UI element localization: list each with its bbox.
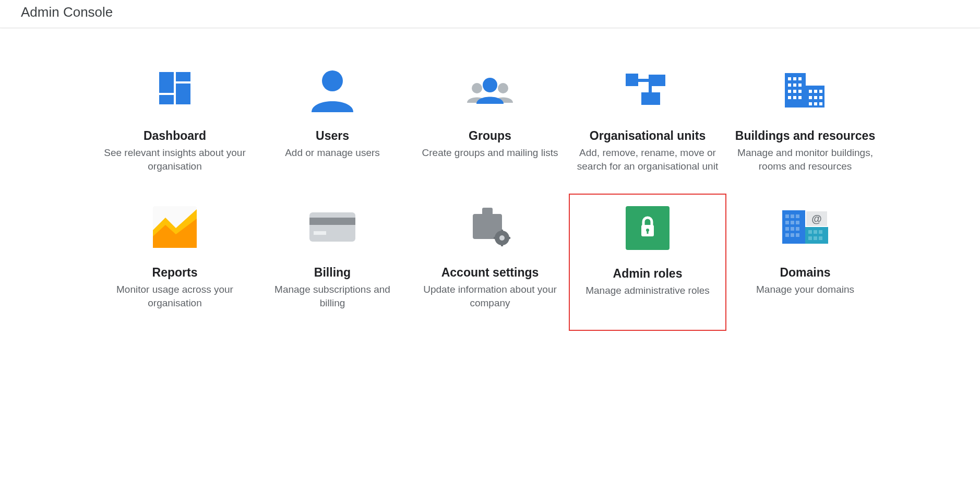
svg-rect-0 — [159, 72, 174, 93]
svg-rect-51 — [647, 230, 649, 234]
billing-icon — [261, 203, 404, 251]
svg-rect-45 — [501, 243, 503, 246]
svg-rect-29 — [819, 90, 822, 93]
dashboard-icon — [103, 66, 246, 114]
svg-point-7 — [483, 78, 497, 92]
svg-rect-47 — [507, 237, 510, 239]
tile-desc: Manage subscriptions and billing — [261, 283, 404, 309]
svg-rect-21 — [788, 90, 791, 93]
svg-rect-2 — [159, 95, 174, 104]
svg-rect-22 — [793, 90, 796, 93]
org-units-icon — [576, 66, 719, 114]
svg-rect-58 — [796, 221, 799, 224]
svg-rect-65 — [805, 227, 828, 244]
page-title: Admin Console — [21, 4, 113, 20]
svg-rect-38 — [309, 218, 355, 225]
tile-title: Users — [261, 129, 404, 143]
tile-dashboard[interactable]: Dashboard See relevant insights about yo… — [96, 57, 254, 194]
svg-rect-44 — [501, 230, 503, 233]
tile-title: Billing — [261, 266, 404, 280]
svg-rect-33 — [809, 102, 812, 105]
tile-org-units[interactable]: Organisational units Add, remove, rename… — [569, 57, 726, 194]
svg-rect-8 — [626, 74, 638, 86]
svg-rect-15 — [788, 77, 791, 80]
svg-rect-69 — [808, 236, 812, 240]
tile-account-settings[interactable]: Account settings Update information abou… — [411, 194, 569, 330]
svg-rect-27 — [809, 90, 812, 93]
svg-point-43 — [499, 235, 505, 241]
tile-desc: Create groups and mailing lists — [419, 146, 561, 160]
svg-rect-20 — [798, 83, 802, 87]
domains-icon: @ — [734, 203, 877, 251]
svg-rect-67 — [814, 230, 817, 234]
svg-rect-71 — [819, 236, 822, 240]
tile-desc: Monitor usage across your organisation — [103, 283, 246, 309]
svg-rect-39 — [314, 231, 326, 235]
user-icon — [261, 66, 404, 114]
buildings-icon — [734, 66, 877, 114]
svg-rect-55 — [796, 214, 799, 218]
svg-rect-30 — [809, 96, 812, 99]
tile-users[interactable]: Users Add or manage users — [254, 57, 411, 194]
tile-desc: See relevant insights about your organis… — [103, 146, 246, 173]
tile-desc: Manage and monitor buildings, rooms and … — [734, 146, 877, 173]
svg-rect-61 — [796, 227, 799, 231]
svg-rect-24 — [788, 96, 791, 99]
svg-rect-31 — [814, 96, 817, 99]
svg-rect-23 — [798, 90, 802, 93]
tile-title: Admin roles — [577, 267, 718, 281]
tile-buildings[interactable]: Buildings and resources Manage and monit… — [726, 57, 884, 194]
tile-reports[interactable]: Reports Monitor usage across your organi… — [96, 194, 254, 330]
svg-rect-16 — [793, 77, 796, 80]
svg-rect-56 — [785, 221, 789, 224]
svg-rect-34 — [814, 102, 817, 105]
svg-rect-66 — [808, 230, 812, 234]
svg-rect-54 — [791, 214, 794, 218]
svg-rect-40 — [482, 208, 493, 215]
tile-title: Buildings and resources — [734, 129, 877, 143]
svg-rect-18 — [788, 83, 791, 87]
svg-rect-46 — [494, 237, 497, 239]
svg-text:@: @ — [811, 213, 822, 224]
svg-rect-28 — [814, 90, 817, 93]
svg-rect-35 — [819, 102, 822, 105]
svg-rect-64 — [796, 233, 799, 237]
tile-domains[interactable]: @ Domains Manage your domains — [726, 194, 884, 330]
svg-rect-57 — [791, 221, 794, 224]
tile-title: Reports — [103, 266, 246, 280]
tile-desc: Add, remove, rename, move or search for … — [576, 146, 719, 173]
svg-rect-70 — [814, 236, 817, 240]
page-header: Admin Console — [0, 0, 980, 28]
tile-groups[interactable]: Groups Create groups and mailing lists — [411, 57, 569, 194]
svg-rect-19 — [793, 83, 796, 87]
tile-desc: Manage administrative roles — [577, 284, 718, 297]
groups-icon — [419, 66, 561, 114]
svg-rect-62 — [785, 233, 789, 237]
tile-title: Groups — [419, 129, 561, 143]
tile-title: Account settings — [419, 266, 561, 280]
svg-rect-60 — [791, 227, 794, 231]
tile-title: Domains — [734, 266, 877, 280]
account-settings-icon — [419, 203, 561, 251]
svg-rect-26 — [798, 96, 802, 99]
tile-admin-roles[interactable]: Admin roles Manage administrative roles — [569, 194, 726, 330]
svg-rect-17 — [798, 77, 802, 80]
svg-point-4 — [322, 70, 343, 91]
svg-point-6 — [498, 83, 508, 93]
tile-desc: Add or manage users — [261, 146, 404, 160]
svg-rect-3 — [176, 83, 190, 104]
svg-rect-25 — [793, 96, 796, 99]
tile-desc: Update information about your company — [419, 283, 561, 309]
svg-rect-12 — [649, 85, 652, 94]
reports-icon — [103, 203, 246, 251]
svg-rect-9 — [649, 75, 665, 86]
tile-billing[interactable]: Billing Manage subscriptions and billing — [254, 194, 411, 330]
tile-desc: Manage your domains — [734, 283, 877, 296]
svg-rect-1 — [176, 72, 190, 81]
svg-rect-59 — [785, 227, 789, 231]
svg-rect-37 — [309, 212, 355, 242]
svg-rect-11 — [637, 79, 650, 82]
svg-rect-68 — [819, 230, 822, 234]
tile-title: Organisational units — [576, 129, 719, 143]
svg-rect-63 — [791, 233, 794, 237]
